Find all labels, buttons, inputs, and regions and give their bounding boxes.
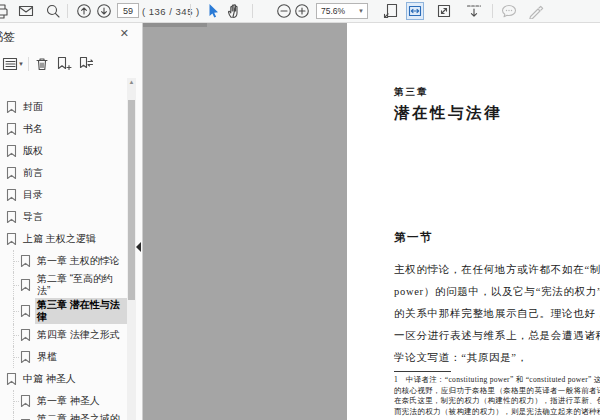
bookmark-icon — [6, 166, 17, 180]
scroll-up-icon[interactable]: ▲ — [127, 79, 136, 85]
bookmark-label: 封面 — [21, 100, 45, 114]
actual-size-icon[interactable] — [436, 3, 452, 19]
bookmark-item[interactable]: 导言 — [0, 206, 128, 228]
fit-width-icon[interactable] — [406, 2, 424, 20]
bookmark-icon — [6, 372, 17, 386]
bookmark-label: 导言 — [21, 210, 45, 224]
bookmark-icon — [6, 100, 17, 114]
bookmark-icon — [20, 254, 31, 268]
bookmark-item[interactable]: 第三章 潜在性与法律 — [0, 298, 128, 324]
bookmark-label: 中篇 神圣人 — [21, 372, 78, 386]
main-toolbar: ( 136 / 345 ) 75.6% ▼ — [0, 0, 600, 23]
body-line: 学论文写道：“其原因是”， — [394, 347, 600, 369]
highlighter-icon[interactable] — [528, 3, 544, 19]
footnote-line: 在奈氏这里，制宪的权力（构建性的权力），指进行革新、创建新秩序的民主性力 — [394, 396, 600, 407]
bookmark-icon — [6, 122, 17, 136]
bookmark-label: 第二章 “至高的约法” — [35, 272, 128, 298]
body-text: 主权的悖论，在任何地方或许都不如在“制宪的权力”（constitut power… — [394, 259, 600, 369]
bookmark-label: 上篇 主权之逻辑 — [21, 232, 98, 246]
bookmark-icon — [20, 394, 31, 408]
toolbar-separator — [28, 57, 29, 71]
bookmark-item[interactable]: 第一章 神圣人 — [0, 390, 128, 412]
bookmark-label: 第三章 潜在性与法律 — [35, 298, 128, 324]
bookmark-icon — [20, 350, 31, 364]
chevron-down-icon[interactable]: ▼ — [18, 61, 24, 67]
bookmark-item[interactable]: 目录 — [0, 184, 128, 206]
bookmark-item[interactable]: 第一章 主权的悖论 — [0, 250, 128, 272]
bookmark-label: 版权 — [21, 144, 45, 158]
bookmark-item[interactable]: 书名 — [0, 118, 128, 140]
bookmarks-tree: 封面 书名 版权 前言 — [0, 96, 128, 420]
bookmark-item[interactable]: 上篇 主权之逻辑 — [0, 228, 128, 250]
next-page-icon[interactable] — [96, 3, 112, 19]
hand-tool-icon[interactable] — [226, 3, 242, 19]
expand-options-icon[interactable] — [2, 56, 18, 72]
bookmark-label: 第一章 神圣人 — [35, 394, 102, 408]
bookmark-label: 书名 — [21, 122, 45, 136]
body-line: 的关系中那样完整地展示自己。理论也好，实定的立法也好，在对 — [394, 303, 600, 325]
bookmark-icon — [6, 232, 17, 246]
chapter-label: 第三章 — [394, 86, 429, 99]
bookmark-label: 界槛 — [35, 350, 59, 364]
toolbar-separator — [492, 4, 493, 18]
bookmark-label: 第一章 主权的悖论 — [35, 254, 122, 268]
zoom-in-icon[interactable] — [294, 3, 310, 19]
printer-icon[interactable] — [0, 3, 9, 19]
bookmark-item[interactable]: 中篇 神圣人 — [0, 368, 128, 390]
zoom-level-value: 75.6% — [317, 6, 358, 16]
select-tool-icon[interactable] — [205, 3, 221, 19]
bookmark-item[interactable]: 前言 — [0, 162, 128, 184]
pdf-page: 第三章 潜在性与法律 第一节 主权的悖论，在任何地方或许都不如在“制宪的权力”（… — [347, 22, 600, 420]
bookmark-item[interactable]: 第二章 神圣之域的含混性 — [0, 412, 128, 420]
footnote-line: 的核心视野，应归功于奈格里（奈格里的英译者一般将前者译为 “constituen… — [394, 386, 600, 397]
bookmark-icon — [20, 304, 31, 318]
footnotes: 1 中译者注：“constituting power” 和 “constitut… — [394, 375, 600, 418]
bookmark-item[interactable]: 封面 — [0, 96, 128, 118]
scrollbar-thumb[interactable] — [128, 100, 135, 300]
body-line: 一区分进行表述与维系上，总是会遭遇诸种困难。一篇晚近的政治 — [394, 325, 600, 347]
footnote-line: 1 中译者注：“constituting power” 和 “constitut… — [394, 375, 600, 386]
page-count-indicator: ( 136 / 345 ) — [142, 6, 200, 17]
fit-page-icon[interactable] — [383, 3, 399, 19]
close-icon[interactable]: ✕ — [120, 28, 129, 39]
panel-title: 书签 — [0, 29, 15, 46]
add-bookmark-icon[interactable] — [56, 56, 72, 72]
bookmark-item[interactable]: 第四章 法律之形式 — [0, 324, 128, 346]
trash-icon[interactable] — [34, 56, 50, 72]
bookmarks-toolbar: ▼ — [0, 52, 143, 78]
document-viewport[interactable]: 第三章 潜在性与法律 第一节 主权的悖论，在任何地方或许都不如在“制宪的权力”（… — [143, 22, 600, 420]
reflow-icon[interactable] — [466, 3, 482, 19]
bookmark-label: 前言 — [21, 166, 45, 180]
sidebar-scrollbar[interactable]: ▲ — [127, 78, 136, 420]
bookmark-icon — [20, 328, 31, 342]
bookmark-label: 目录 — [21, 188, 45, 202]
section-label: 第一节 — [394, 230, 433, 245]
toolbar-separator — [67, 4, 68, 18]
previous-page-icon[interactable] — [76, 3, 92, 19]
zoom-level-dropdown[interactable]: 75.6% ▼ — [316, 3, 368, 19]
toolbar-separator — [252, 4, 253, 18]
hscrollbar-thumb[interactable] — [143, 23, 207, 27]
email-icon[interactable] — [18, 3, 34, 19]
bookmarks-panel: 书签 ✕ ▼ 封面 — [0, 22, 143, 420]
bookmark-label: 第二章 神圣之域的含混性 — [35, 412, 128, 420]
page-number-input[interactable] — [117, 3, 139, 18]
footnote-line: 而宪法的权力（被构建的权力），则是宪法确立起来的诸种秩序化的权力与建制 — [394, 407, 600, 418]
chapter-title: 潜在性与法律 — [394, 103, 502, 124]
collapse-panel-icon[interactable] — [136, 242, 141, 252]
bookmark-item[interactable]: 第二章 “至高的约法” — [0, 272, 128, 298]
bookmark-icon — [6, 188, 17, 202]
zoom-out-icon[interactable] — [276, 3, 292, 19]
pdf-reader-window: { "toolbar": { "page_input": "59", "page… — [0, 0, 600, 420]
bookmark-icon — [6, 144, 17, 158]
bookmark-icon — [6, 210, 17, 224]
bookmark-settings-icon[interactable] — [78, 56, 94, 72]
chevron-down-icon: ▼ — [358, 8, 367, 14]
bookmark-label: 第四章 法律之形式 — [35, 328, 122, 342]
bookmark-item[interactable]: 版权 — [0, 140, 128, 162]
body-line: power）的问题中，以及它与“宪法的权力”（constituted power… — [394, 281, 600, 303]
footnote-divider — [394, 371, 451, 372]
bookmark-item[interactable]: 界槛 — [0, 346, 128, 368]
comment-icon[interactable] — [501, 3, 517, 19]
search-icon[interactable] — [45, 3, 61, 19]
